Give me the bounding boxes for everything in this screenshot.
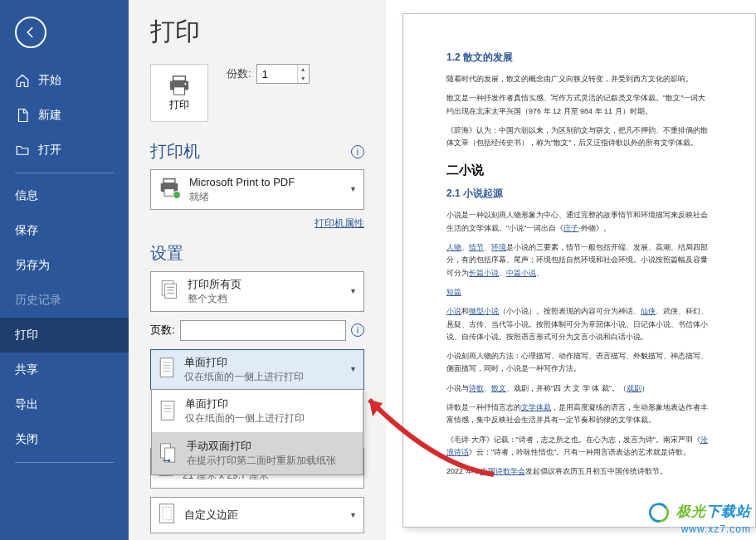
svg-rect-4 [163,179,175,183]
sidebar-item-save[interactable]: 保存 [0,213,129,248]
duplex-l2: 仅在纸面的一侧上进行打印 [184,370,344,384]
option-l2: 在提示打印第二面时重新加载纸张 [187,454,336,468]
settings-section-title: 设置 [150,242,183,265]
copies-input[interactable]: ▲▼ [256,64,310,84]
sidebar-item-info[interactable]: 信息 [0,178,129,213]
sidebar-item-export[interactable]: 导出 [0,387,129,422]
copies-field[interactable] [257,65,297,83]
printer-section-title: 打印机 [150,140,200,163]
option-l1: 单面打印 [185,396,305,411]
printer-status-icon [158,178,181,201]
print-button-label: 打印 [169,98,189,112]
margins-select[interactable]: 自定义边距 ▼ [150,497,364,533]
svg-point-3 [184,83,186,85]
body-text: 诗歌是一种抒情言志的文学体裁，是用高度凝练的语言，生动形象地表达作者丰富情感，集… [446,401,712,427]
watermark: 极光下载站 www.xz7.com [648,502,751,535]
body-text: 《辞海》认为：中国六朝以来，为区别韵文与骈文，把凡不押韵、不重排偶的散体文章（包… [446,124,712,150]
page-single-icon [158,357,176,382]
sidebar-label: 另存为 [15,258,50,273]
sidebar-label: 信息 [15,188,38,203]
sidebar-label: 打开 [38,143,61,158]
sidebar-item-share[interactable]: 共享 [0,353,129,387]
printer-properties-link[interactable]: 打印机属性 [315,217,364,229]
up-arrow[interactable]: ▲ [298,65,309,74]
duplex-option-manual[interactable]: 手动双面打印 在提示打印第二面时重新加载纸张 [152,432,363,474]
body-text: 小说刻画人物的方法：心理描写、动作描写、语言描写、外貌描写、神态描写、侧面描写，… [446,350,712,376]
sidebar-item-open[interactable]: 打开 [0,133,129,168]
duplex-dropdown-popup: 单面打印 仅在纸面的一侧上进行打印 手动双面打印 在提示打印第二面时重新加载纸张 [151,389,363,475]
duplex-select[interactable]: 单面打印 仅在纸面的一侧上进行打印 ▼ 单面打印 仅在纸面的一侧上进行打印 [150,349,364,390]
margins-icon [158,503,176,528]
home-icon [15,73,30,88]
open-icon [15,143,30,158]
printer-select[interactable]: Microsoft Print to PDF 就绪 ▼ [150,169,364,210]
chevron-down-icon: ▼ [344,185,357,193]
body-text: 《毛诗·大序》记载："诗者，志之所之也。在心为志，发言为诗"。南宋严羽《沧浪诗话… [446,434,712,460]
margins-label: 自定义边距 [184,508,344,523]
sidebar-label: 历史记录 [15,293,61,308]
info-icon[interactable]: i [351,145,364,158]
body-text: 小说与诗歌、散文、戏剧，并称"四 大 文 学 体 裁"。（戏剧） [446,382,712,395]
body-text: 小说是一种以刻画人物形象为中心、通过完整的故事情节和环境描写来反映社会生活的文学… [446,209,712,235]
print-range-select[interactable]: 打印所有页 整个文档 ▼ [150,271,364,312]
pages-label: 页数: [150,323,175,338]
svg-rect-8 [165,285,177,299]
pages-input[interactable] [180,320,346,341]
print-preview-page: 1.2 散文的发展 随着时代的发展，散文的概念由广义向狭义转变，并受到西方文化的… [402,13,756,528]
sidebar-label: 打印 [15,328,38,343]
duplex-l1: 单面打印 [184,355,344,370]
svg-rect-12 [160,358,173,377]
svg-rect-2 [174,86,185,94]
down-arrow[interactable]: ▼ [298,74,309,83]
new-icon [15,108,30,123]
sidebar-label: 导出 [15,397,38,412]
printer-status: 就绪 [189,190,344,204]
print-range-l1: 打印所有页 [188,277,344,292]
print-button[interactable]: 打印 [150,64,208,122]
pages-icon [158,279,179,304]
watermark-url: www.xz7.com [648,523,751,535]
svg-rect-0 [173,75,186,80]
duplex-option-single[interactable]: 单面打印 仅在纸面的一侧上进行打印 [152,390,363,432]
body-text: 人物、情节、环境是小说的三要素，情节一般包括开端、发展、高潮、结局四部分，有的包… [446,241,712,280]
page-duplex-icon [159,442,178,464]
sidebar-label: 共享 [15,362,38,377]
sidebar-item-print[interactable]: 打印 [0,318,129,353]
sidebar-label: 保存 [15,223,38,238]
option-l2: 仅在纸面的一侧上进行打印 [185,411,305,426]
body-text: 随着时代的发展，散文的概念由广义向狭义转变，并受到西方文化的影响。 [446,73,712,85]
heading: 二小说 [446,163,712,178]
body-text: 小说和微型小说（小小说）。按照表现的内容可分为神话、仙侠、武侠、科幻、悬疑、古传… [446,305,712,343]
sidebar-label: 新建 [38,108,61,123]
chevron-down-icon: ▼ [344,365,357,373]
copies-label: 份数: [227,66,251,81]
page-single-icon [159,400,177,421]
chevron-down-icon: ▼ [344,511,357,519]
sidebar-label: 开始 [38,73,61,88]
option-l1: 手动双面打印 [187,439,336,454]
heading: 2.1 小说起源 [446,187,712,201]
sidebar-item-close[interactable]: 关闭 [0,422,129,457]
sidebar-item-history: 历史记录 [0,283,129,318]
printer-icon [167,75,192,96]
sidebar-item-saveas[interactable]: 另存为 [0,248,129,283]
body-text: 散文是一种抒发作者真情实感、写作方式灵活的记叙类文学体裁。"散文"一词大约出现在… [446,92,712,118]
heading: 1.2 散文的发展 [446,51,712,65]
page-title: 打印 [150,15,364,49]
sidebar-label: 关闭 [15,432,38,447]
body-text: 短篇 [446,286,712,299]
sidebar-item-new[interactable]: 新建 [0,98,129,133]
body-text: 2022 年，中国诗歌学会发起倡议将农历五月初五中国传统诗歌节。 [446,465,712,478]
print-range-l2: 整个文档 [188,292,344,306]
logo-swirl-icon [648,502,670,523]
printer-name: Microsoft Print to PDF [189,175,344,190]
svg-rect-17 [161,401,174,421]
chevron-down-icon: ▼ [344,287,357,295]
info-icon[interactable]: i [351,324,364,337]
sidebar-item-home[interactable]: 开始 [0,63,129,98]
back-button[interactable] [15,17,46,48]
